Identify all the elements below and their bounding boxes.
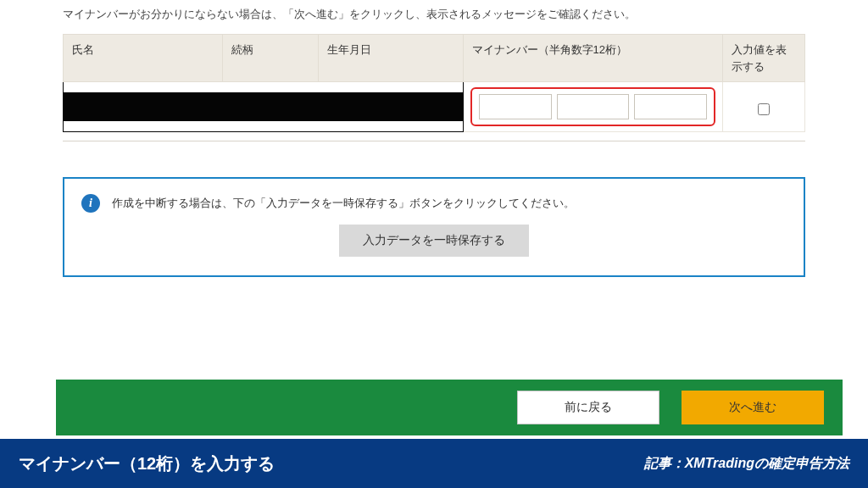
mynumber-input-group: [470, 87, 716, 126]
info-icon: i: [81, 194, 100, 213]
table-row: [64, 82, 805, 132]
instruction-text: マイナンバーがお分かりにならない場合は、「次へ進む」をクリックし、表示されるメッ…: [63, 7, 805, 22]
mynumber-table: 氏名 続柄 生年月日 マイナンバー（半角数字12桁） 入力値を表示する: [63, 34, 805, 132]
redacted-cell: [64, 82, 464, 132]
footer-title: マイナンバー（12桁）を入力する: [19, 452, 275, 475]
mynumber-input-3[interactable]: [634, 94, 707, 119]
next-button[interactable]: 次へ進む: [682, 391, 824, 424]
footer-banner: マイナンバー（12桁）を入力する 記事：XMTradingの確定申告方法: [0, 439, 868, 488]
mynumber-cell: [463, 82, 723, 132]
mynumber-input-2[interactable]: [557, 94, 630, 119]
th-show: 入力値を表示する: [723, 35, 805, 82]
th-dob: 生年月日: [319, 35, 463, 82]
table-rule: [63, 141, 805, 141]
th-relation: 続柄: [222, 35, 319, 82]
table-header-row: 氏名 続柄 生年月日 マイナンバー（半角数字12桁） 入力値を表示する: [64, 35, 805, 82]
th-name: 氏名: [64, 35, 223, 82]
info-text: 作成を中断する場合は、下の「入力データを一時保存する」ボタンをクリックしてくださ…: [112, 196, 575, 211]
mynumber-input-1[interactable]: [479, 94, 552, 119]
save-draft-button[interactable]: 入力データを一時保存する: [339, 225, 529, 257]
th-mynumber: マイナンバー（半角数字12桁）: [463, 35, 723, 82]
show-value-cell: [723, 82, 805, 132]
back-button[interactable]: 前に戻る: [517, 391, 659, 424]
info-box: i 作成を中断する場合は、下の「入力データを一時保存する」ボタンをクリックしてく…: [63, 177, 805, 277]
nav-bar: 前に戻る 次へ進む: [56, 380, 843, 435]
show-value-checkbox[interactable]: [758, 103, 770, 115]
footer-article: 記事：XMTradingの確定申告方法: [644, 455, 849, 473]
redaction-bar: [64, 92, 463, 121]
